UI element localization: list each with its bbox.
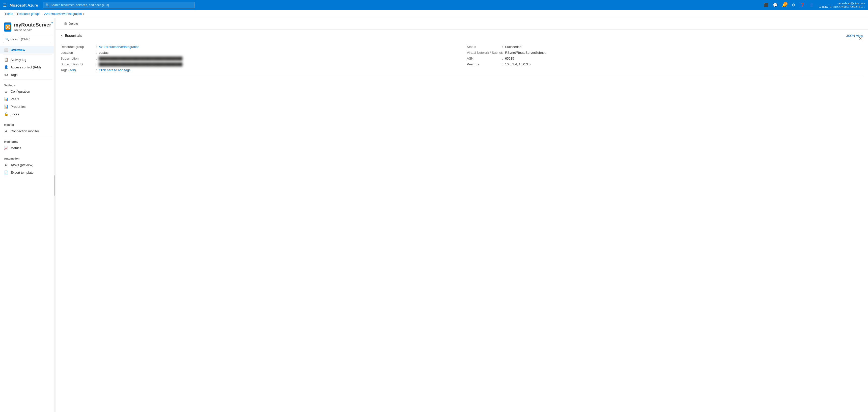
top-navigation: ☰ Microsoft Azure 🔍 Search resources, se… <box>0 0 868 10</box>
label-subscription-id: Subscription ID <box>61 62 96 66</box>
sidebar-label-overview: Overview <box>10 48 25 52</box>
search-icon: 🔍 <box>45 3 49 7</box>
close-button[interactable]: ✕ <box>858 35 863 42</box>
sidebar-search-placeholder: Search (Ctrl+/) <box>10 38 30 41</box>
monitoring-section-label: Monitoring <box>0 137 55 144</box>
sidebar-label-configuration: Configuration <box>10 90 30 93</box>
sidebar-item-tags[interactable]: 🏷 Tags <box>0 71 55 79</box>
cloud-shell-icon[interactable]: ⬛ <box>762 1 770 9</box>
sidebar-label-connection-monitor: Connection monitor <box>10 129 39 133</box>
user-email: ramesh.vp@citrix.com <box>837 1 865 5</box>
user-info[interactable]: ramesh.vp@citrix.com CITRIX (CITRIX.ONMI… <box>819 1 865 9</box>
sidebar-item-export-template[interactable]: 📄 Export template <box>0 169 55 176</box>
route-server-icon: 🔀 <box>5 24 10 30</box>
sidebar-item-properties[interactable]: 📊 Properties <box>0 103 55 110</box>
label-location: Location <box>61 51 96 55</box>
label-peer-ips: Peer Ips <box>467 62 502 66</box>
sidebar-label-export-template: Export template <box>10 171 34 174</box>
access-control-icon: 👤 <box>4 65 8 69</box>
essentials-header: ∧ Essentials JSON View <box>61 34 863 38</box>
resource-subtitle: Route Server <box>14 28 51 32</box>
essentials-right-col: Status : Succeeded Virtual Network / Sub… <box>467 44 863 73</box>
value-subscription: ████████████████████████████████████ <box>99 57 183 60</box>
sidebar-item-connection-monitor[interactable]: 🖥 Connection monitor <box>0 127 55 135</box>
essentials-row-tags: Tags (edit) : Click here to add tags <box>61 67 457 73</box>
essentials-row-subscription-id: Subscription ID : ██████████████████████… <box>61 61 457 67</box>
essentials-bottom-divider <box>61 75 863 75</box>
monitor-section-label: Monitor <box>0 120 55 127</box>
value-subscription-id: ████████████████████████████████████ <box>99 62 183 66</box>
sidebar-label-tasks: Tasks (preview) <box>10 163 33 167</box>
label-resource-group: Resource group <box>61 45 96 49</box>
tags-edit-link[interactable]: edit <box>69 68 75 72</box>
tags-icon: 🏷 <box>4 73 8 77</box>
breadcrumb: Home › Resource groups › Azurerouteserve… <box>0 10 868 18</box>
essentials-row-vnet: Virtual Network / Subnet : RSvnet/RouteS… <box>467 50 863 56</box>
brand-name: Microsoft Azure <box>9 3 38 7</box>
sidebar: 🔀 myRouteServer Route Server 🔍 Search (C… <box>0 18 56 412</box>
sidebar-item-configuration[interactable]: ⊞ Configuration <box>0 88 55 95</box>
label-vnet: Virtual Network / Subnet <box>467 51 502 55</box>
delete-button[interactable]: 🗑 Delete <box>61 20 82 27</box>
peers-icon: 📊 <box>4 97 8 101</box>
divider-5 <box>3 153 52 153</box>
value-resource-group: AzurerouteserverIntegration <box>99 45 140 49</box>
sidebar-item-access-control[interactable]: 👤 Access control (IAM) <box>0 63 55 71</box>
help-icon[interactable]: ❓ <box>799 1 807 9</box>
essentials-left-col: Resource group : AzurerouteserverIntegra… <box>61 44 457 73</box>
scrollbar-thumb[interactable] <box>54 175 55 196</box>
breadcrumb-resource-group-name[interactable]: AzurerouteserverIntegration <box>44 12 82 16</box>
sidebar-label-metrics: Metrics <box>10 146 21 150</box>
sidebar-nav: ⬜ Overview 📋 Activity log 👤 Access contr… <box>0 46 55 179</box>
essentials-row-location: Location : eastus <box>61 50 457 56</box>
resource-group-link[interactable]: AzurerouteserverIntegration <box>99 45 140 49</box>
label-asn: ASN <box>467 57 502 60</box>
configuration-icon: ⊞ <box>4 90 8 93</box>
label-status: Status <box>467 45 502 49</box>
essentials-row-status: Status : Succeeded <box>467 44 863 50</box>
divider-2 <box>3 80 52 80</box>
sidebar-item-peers[interactable]: 📊 Peers <box>0 95 55 103</box>
sidebar-search[interactable]: 🔍 Search (Ctrl+/) <box>3 36 52 43</box>
notifications-icon[interactable]: 🔔 13 <box>780 1 788 9</box>
sidebar-item-metrics[interactable]: 📈 Metrics <box>0 144 55 152</box>
overview-icon: ⬜ <box>4 48 8 52</box>
activity-log-icon: 📋 <box>4 58 8 62</box>
label-subscription: Subscription <box>61 57 96 60</box>
settings-icon[interactable]: ⚙ <box>789 1 798 9</box>
essentials-row-resource-group: Resource group : AzurerouteserverIntegra… <box>61 44 457 50</box>
metrics-icon: 📈 <box>4 146 8 150</box>
sidebar-item-tasks[interactable]: ⚙ Tasks (preview) <box>0 161 55 169</box>
essentials-chevron[interactable]: ∧ <box>61 34 63 37</box>
automation-section-label: Automation <box>0 154 55 161</box>
toolbar: 🗑 Delete <box>56 18 868 30</box>
sidebar-collapse-icon[interactable]: « <box>51 21 53 25</box>
delete-label: Delete <box>69 22 78 26</box>
add-tags-link[interactable]: Click here to add tags <box>99 68 131 72</box>
sidebar-item-locks[interactable]: 🔒 Locks <box>0 110 55 118</box>
breadcrumb-resource-groups[interactable]: Resource groups <box>17 12 40 16</box>
essentials-title: Essentials <box>65 34 82 38</box>
essentials-row-subscription: Subscription : █████████████████████████… <box>61 56 457 61</box>
locks-icon: 🔒 <box>4 112 8 116</box>
feedback-icon[interactable]: 💬 <box>771 1 779 9</box>
hamburger-menu-icon[interactable]: ☰ <box>3 3 6 7</box>
account-icon[interactable]: 👤 <box>808 1 816 9</box>
value-peer-ips: 10.0.3.4, 10.0.3.5 <box>505 62 530 66</box>
sidebar-label-activity-log: Activity log <box>10 58 26 62</box>
scrollbar-track <box>54 18 55 412</box>
breadcrumb-sep-2: › <box>42 12 43 16</box>
sidebar-item-overview[interactable]: ⬜ Overview <box>0 46 55 54</box>
breadcrumb-sep-1: › <box>14 12 16 16</box>
sidebar-label-tags: Tags <box>10 73 18 77</box>
breadcrumb-home[interactable]: Home <box>5 12 13 16</box>
sidebar-item-activity-log[interactable]: 📋 Activity log <box>0 56 55 63</box>
value-location: eastus <box>99 51 108 55</box>
search-placeholder: Search resources, services, and docs (G+… <box>51 3 109 7</box>
divider-4 <box>3 136 52 136</box>
essentials-row-peer-ips: Peer Ips : 10.0.3.4, 10.0.3.5 <box>467 61 863 67</box>
global-search[interactable]: 🔍 Search resources, services, and docs (… <box>43 2 194 8</box>
notification-badge: 13 <box>783 2 787 5</box>
properties-icon: 📊 <box>4 105 8 109</box>
sidebar-label-properties: Properties <box>10 105 26 109</box>
